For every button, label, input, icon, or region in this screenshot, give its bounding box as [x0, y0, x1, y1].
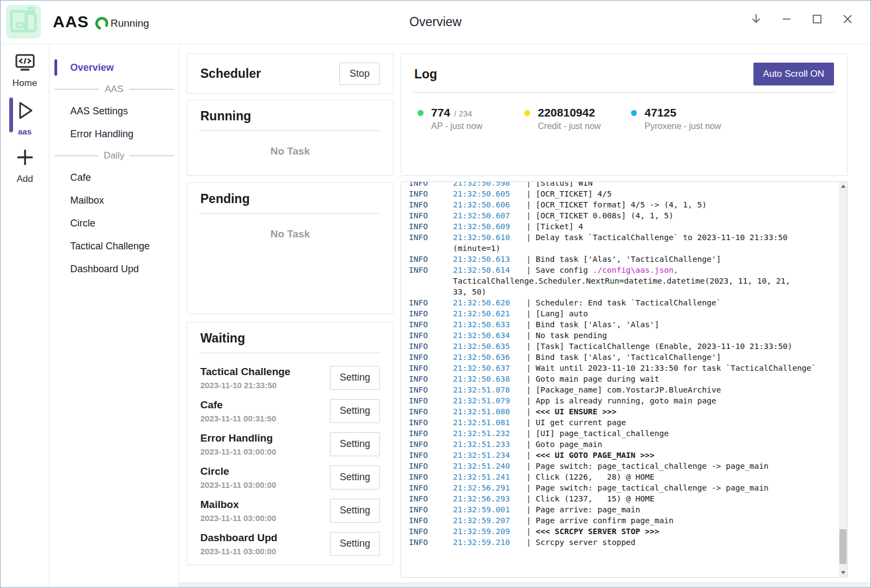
log-message: (minute=1) — [453, 243, 839, 254]
waiting-task-row: Mailbox2023-11-11 03:00:00Setting — [200, 494, 380, 527]
pending-card: Pending No Task — [187, 182, 394, 314]
horizontal-scrollbar[interactable] — [179, 583, 870, 587]
log-level: INFO — [409, 471, 453, 482]
log-level: INFO — [409, 199, 453, 210]
stat-dot-icon — [524, 110, 530, 116]
log-message: Delay task `TacticalChallenge` to 2023-1… — [536, 232, 839, 243]
task-setting-button[interactable]: Setting — [330, 465, 380, 489]
auto-scroll-toggle-button[interactable]: Auto Scroll ON — [753, 63, 834, 85]
maximize-button[interactable] — [807, 9, 827, 29]
sidebar-item-cafe[interactable]: Cafe — [50, 166, 179, 189]
log-line: INFO21:32:51.233|Goto page_main — [409, 439, 839, 450]
log-scroll-area[interactable]: INFO21:32:50.598|[Status] WININFO21:32:5… — [401, 182, 839, 577]
rail-item-home[interactable]: Home — [1, 44, 49, 91]
log-level: INFO — [409, 221, 453, 232]
rail-item-add[interactable]: Add — [1, 138, 49, 185]
divider — [199, 352, 381, 353]
scheduler-stop-button[interactable]: Stop — [339, 63, 380, 85]
sidebar-item-label: Cafe — [70, 172, 91, 183]
minimize-button[interactable] — [777, 9, 796, 29]
task-setting-button[interactable]: Setting — [330, 432, 380, 456]
log-message: Page switch: page_tactical_challenge -> … — [536, 461, 839, 471]
scheduler-title: Scheduler — [200, 66, 261, 81]
log-message: [OCR_TICKET format] 4/5 -> (4, 1, 5) — [536, 199, 839, 210]
log-separator: | — [522, 210, 536, 221]
task-setting-button[interactable]: Setting — [330, 499, 380, 523]
log-line: INFO21:32:51.081|UI get current page — [409, 417, 839, 428]
main-content: Scheduler Stop Running No Task Pending N… — [179, 44, 870, 587]
sidebar-item-error-handling[interactable]: Error Handling — [50, 122, 179, 145]
log-line: INFO21:32:50.636|Bind task ['Alas', 'Tac… — [409, 352, 839, 363]
sidebar-item-label: AAS Settings — [70, 106, 128, 117]
log-level: INFO — [409, 188, 453, 199]
waiting-task-list: Tactical Challenge2023-11-10 21:33:50Set… — [200, 361, 380, 560]
log-line: INFO21:32:51.241|Click (1226, 28) @ HOME — [409, 471, 839, 482]
log-timestamp: 21:32:59.001 — [453, 504, 522, 515]
scroll-down-arrow-icon[interactable] — [839, 568, 847, 577]
log-message: Wait until 2023-11-10 21:33:50 for task … — [536, 363, 839, 373]
log-separator: | — [522, 504, 536, 515]
log-message: <<< UI ENSURE >>> — [536, 406, 839, 417]
page-title: Overview — [1, 15, 870, 29]
log-output-panel: INFO21:32:50.598|[Status] WININFO21:32:5… — [401, 181, 848, 578]
app-window: AAS Running Overview — [0, 0, 871, 588]
task-setting-button[interactable]: Setting — [330, 399, 380, 423]
log-separator: | — [522, 221, 536, 232]
log-level: INFO — [409, 417, 453, 428]
log-line: INFO21:32:51.232|[UI] page_tactical_chal… — [409, 428, 839, 439]
rail-item-label: aas — [18, 127, 32, 136]
log-timestamp: 21:32:56.291 — [453, 482, 522, 493]
log-message: Page switch: page_tactical_challenge -> … — [536, 482, 839, 493]
scrollbar-thumb[interactable] — [839, 529, 847, 564]
close-button[interactable] — [838, 9, 857, 29]
rail-item-label: Add — [16, 174, 33, 185]
log-separator: | — [522, 482, 536, 493]
scroll-up-arrow-icon[interactable] — [839, 182, 847, 191]
log-line: INFO21:32:51.240|Page switch: page_tacti… — [409, 461, 839, 471]
log-level: INFO — [409, 504, 453, 515]
sidebar-item-label: Tactical Challenge — [70, 241, 150, 252]
sidebar-item-mailbox[interactable]: Mailbox — [50, 189, 179, 212]
log-message: <<< UI GOTO PAGE_MAIN >>> — [536, 450, 839, 461]
log-timestamp: 21:32:51.240 — [453, 461, 522, 471]
log-message: Bind task ['Alas', 'Alas'] — [536, 319, 839, 330]
log-level: INFO — [409, 232, 453, 243]
running-empty-text: No Task — [200, 131, 380, 157]
log-line: INFO21:32:51.078|[Package_name] com.Yost… — [409, 384, 839, 395]
log-level: INFO — [409, 363, 453, 373]
log-message: Click (1226, 28) @ HOME — [536, 471, 839, 482]
download-update-button[interactable] — [746, 9, 766, 29]
sidebar-item-dashboard-upd[interactable]: Dashboard Upd — [50, 258, 179, 280]
active-indicator-bar — [54, 59, 57, 76]
log-message: [Package_name] com.YostarJP.BlueArchive — [536, 384, 839, 395]
sidebar-item-label: Mailbox — [70, 195, 104, 206]
log-separator: | — [522, 297, 536, 308]
log-message: Goto main page during wait — [536, 373, 839, 384]
log-separator: | — [522, 471, 536, 482]
waiting-task-name: Tactical Challenge — [200, 366, 290, 378]
log-line: INFO21:32:50.610|Delay task `TacticalCha… — [409, 232, 839, 243]
log-scrollbar[interactable] — [839, 182, 847, 577]
task-setting-button[interactable]: Setting — [330, 366, 380, 390]
log-separator: | — [522, 373, 536, 384]
log-line: INFO21:32:50.614|Save config ./config\aa… — [409, 265, 839, 275]
log-message: No task pending — [536, 330, 839, 341]
sidebar-item-aas-settings[interactable]: AAS Settings — [50, 100, 179, 122]
task-setting-button[interactable]: Setting — [330, 532, 380, 556]
log-line: INFO21:32:50.606|[OCR_TICKET format] 4/5… — [409, 199, 839, 210]
sidebar-item-overview[interactable]: Overview — [50, 56, 179, 79]
log-timestamp: 21:32:59.210 — [453, 537, 522, 548]
log-timestamp: 21:32:59.209 — [453, 526, 522, 537]
waiting-card: Waiting Tactical Challenge2023-11-10 21:… — [187, 322, 394, 565]
log-separator: | — [522, 537, 536, 548]
log-level: INFO — [409, 182, 453, 188]
waiting-task-info: Circle2023-11-11 03:00:00 — [200, 465, 276, 489]
log-level — [409, 243, 453, 254]
waiting-task-row: Tactical Challenge2023-11-10 21:33:50Set… — [200, 361, 380, 394]
resource-stat: 47125Pyroxene - just now — [631, 106, 738, 131]
sidebar-item-tactical-challenge[interactable]: Tactical Challenge — [50, 235, 179, 258]
log-message: Scheduler: End task `TacticalChallenge` — [536, 297, 839, 308]
rail-item-aas[interactable]: aas — [1, 91, 49, 138]
sidebar-item-circle[interactable]: Circle — [50, 212, 179, 235]
log-line: INFO21:32:50.607|[OCR_TICKET 0.008s] (4,… — [409, 210, 839, 221]
